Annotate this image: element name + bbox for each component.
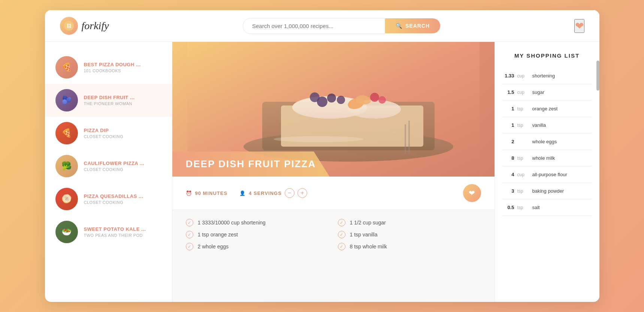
recipe-thumbnail-r2: 🫐: [55, 89, 78, 111]
search-button[interactable]: 🔍 SEARCH: [385, 18, 440, 33]
recipe-item-title-r6: SWEET POTATO KALE ...: [84, 226, 161, 232]
recipe-meta: ⏰ 90 MINUTES 👤 4 SERVINGS − + ❤: [172, 177, 495, 210]
recipe-item-title-r2: DEEP DISH FRUIT ...: [84, 95, 161, 100]
shopping-item-4: 2whole eggs: [502, 134, 592, 150]
ingredient-item-2: ✓1 tsp orange zest: [186, 231, 329, 238]
shopping-unit-5: tsp: [517, 156, 529, 161]
sidebar-item-r6[interactable]: 🥗SWEET POTATO KALE ...TWO PEAS AND THEIR…: [45, 215, 172, 248]
ingredient-check-3: ✓: [338, 231, 345, 238]
recipe-thumbnail-r3: 🍕: [55, 122, 78, 144]
sidebar-item-r4[interactable]: 🥦CAULIFLOWER PIZZA ...CLOSET COOKING: [45, 150, 172, 183]
recipe-info-r5: PIZZA QUESADILLAS ...CLOSET COOKING: [84, 193, 161, 205]
ingredient-text-2: 1 tsp orange zest: [198, 232, 238, 238]
recipe-info-r2: DEEP DISH FRUIT ...THE PIONEER WOMAN: [84, 95, 161, 106]
recipe-item-source-r1: 101 COOKBOOKS: [84, 68, 161, 73]
ingredient-item-5: ✓8 tsp whole milk: [338, 243, 481, 250]
ingredient-check-0: ✓: [186, 219, 193, 226]
shopping-items-list: 1.33cupshortening1.5cupsugar1tsporange z…: [502, 68, 592, 216]
decrease-servings-button[interactable]: −: [285, 188, 294, 198]
shopping-item-3: 1tspvanilla: [502, 117, 592, 134]
header: forkify 🔍 SEARCH ❤: [45, 10, 599, 42]
main-layout: 🍕BEST PIZZA DOUGH ...101 COOKBOOKS🫐DEEP …: [45, 42, 599, 302]
svg-rect-3: [69, 26, 70, 28]
shopping-qty-8: 0.5: [502, 205, 514, 210]
app-container: forkify 🔍 SEARCH ❤ 🍕BEST PIZZA DOUGH ...…: [45, 10, 599, 302]
shopping-name-0: shortening: [532, 73, 592, 79]
logo-icon: [60, 17, 78, 35]
recipe-item-title-r4: CAULIFLOWER PIZZA ...: [84, 160, 161, 166]
recipe-item-source-r4: CLOSET COOKING: [84, 167, 161, 172]
recipe-servings: 4 SERVINGS: [249, 190, 282, 196]
shopping-panel: MY SHOPPING LIST 1.33cupshortening1.5cup…: [495, 42, 599, 302]
shopping-item-8: 0.5tspsalt: [502, 199, 592, 216]
svg-point-0: [64, 21, 74, 31]
shopping-item-5: 8tspwhole milk: [502, 150, 592, 166]
ingredient-check-2: ✓: [186, 231, 193, 238]
shopping-item-7: 3tspbaking powder: [502, 183, 592, 199]
increase-servings-button[interactable]: +: [297, 188, 307, 198]
search-area: 🔍 SEARCH: [117, 18, 567, 34]
svg-rect-4: [70, 24, 71, 28]
recipe-time: 90 MINUTES: [195, 190, 228, 196]
recipe-info-r6: SWEET POTATO KALE ...TWO PEAS AND THEIR …: [84, 226, 161, 238]
recipe-hero-title: DEEP DISH FRUIT PIZZA: [172, 152, 330, 177]
recipe-item-source-r2: THE PIONEER WOMAN: [84, 101, 161, 106]
sidebar-item-r1[interactable]: 🍕BEST PIZZA DOUGH ...101 COOKBOOKS: [45, 51, 172, 84]
logo-area: forkify: [60, 17, 109, 35]
recipe-thumbnail-r6: 🥗: [55, 221, 78, 243]
ingredients-section: ✓1 3333/10000 cup shortening✓1 1/2 cup s…: [172, 210, 495, 259]
recipe-info-r1: BEST PIZZA DOUGH ...101 COOKBOOKS: [84, 62, 161, 73]
shopping-item-0: 1.33cupshortening: [502, 68, 592, 84]
ingredient-item-3: ✓1 tsp vanilla: [338, 231, 481, 238]
servings-controls: − +: [285, 188, 307, 198]
shopping-qty-3: 1: [502, 122, 514, 128]
shopping-name-6: all-purpose flour: [532, 172, 592, 177]
time-icon: ⏰: [186, 190, 192, 196]
ingredient-item-0: ✓1 3333/10000 cup shortening: [186, 219, 329, 226]
add-favorite-button[interactable]: ❤: [463, 184, 481, 202]
shopping-item-6: 4cupall-purpose flour: [502, 166, 592, 183]
center-panel: DEEP DISH FRUIT PIZZA ⏰ 90 MINUTES 👤 4 S…: [172, 42, 495, 302]
shopping-unit-2: tsp: [517, 106, 529, 111]
servings-meta: 👤 4 SERVINGS − +: [239, 188, 307, 198]
shopping-item-1: 1.5cupsugar: [502, 84, 592, 101]
ingredient-item-1: ✓1 1/2 cup sugar: [338, 219, 481, 226]
time-meta: ⏰ 90 MINUTES: [186, 190, 228, 196]
recipe-item-source-r5: CLOSET COOKING: [84, 200, 161, 205]
recipe-item-title-r3: PIZZA DIP: [84, 128, 161, 133]
scrollbar-track[interactable]: [596, 57, 599, 302]
ingredient-check-4: ✓: [186, 243, 193, 250]
search-input[interactable]: [243, 18, 385, 34]
shopping-name-4: whole eggs: [532, 139, 592, 144]
recipe-thumbnail-r4: 🥦: [55, 155, 78, 177]
favorites-button[interactable]: ❤: [574, 19, 584, 33]
scrollbar-thumb: [596, 61, 599, 91]
shopping-qty-6: 4: [502, 172, 514, 177]
shopping-unit-6: cup: [517, 172, 529, 177]
shopping-unit-3: tsp: [517, 123, 529, 128]
shopping-list-title: MY SHOPPING LIST: [502, 52, 592, 59]
recipe-thumbnail-r1: 🍕: [55, 56, 78, 79]
shopping-name-7: baking powder: [532, 188, 592, 194]
shopping-qty-0: 1.33: [502, 73, 514, 79]
sidebar-item-r3[interactable]: 🍕PIZZA DIPCLOSET COOKING: [45, 117, 172, 150]
heart-icon: ❤: [575, 20, 584, 32]
sidebar-item-r2[interactable]: 🫐DEEP DISH FRUIT ...THE PIONEER WOMAN: [45, 84, 172, 117]
ingredient-check-5: ✓: [338, 243, 345, 250]
recipe-item-source-r6: TWO PEAS AND THEIR POD: [84, 233, 161, 238]
shopping-qty-2: 1: [502, 106, 514, 111]
shopping-name-3: vanilla: [532, 122, 592, 128]
shopping-name-2: orange zest: [532, 106, 592, 111]
shopping-qty-7: 3: [502, 188, 514, 194]
recipe-item-source-r3: CLOSET COOKING: [84, 134, 161, 139]
ingredient-text-0: 1 3333/10000 cup shortening: [198, 220, 266, 226]
ingredient-item-4: ✓2 whole eggs: [186, 243, 329, 250]
recipe-item-title-r5: PIZZA QUESADILLAS ...: [84, 193, 161, 199]
sidebar-item-r5[interactable]: 🫓PIZZA QUESADILLAS ...CLOSET COOKING: [45, 183, 172, 215]
ingredient-text-1: 1 1/2 cup sugar: [350, 220, 386, 226]
person-icon: 👤: [239, 190, 246, 196]
recipe-title-text: DEEP DISH FRUIT PIZZA: [186, 158, 316, 169]
ingredient-text-5: 8 tsp whole milk: [350, 244, 387, 250]
recipe-item-title-r1: BEST PIZZA DOUGH ...: [84, 62, 161, 67]
search-button-label: SEARCH: [405, 23, 430, 29]
